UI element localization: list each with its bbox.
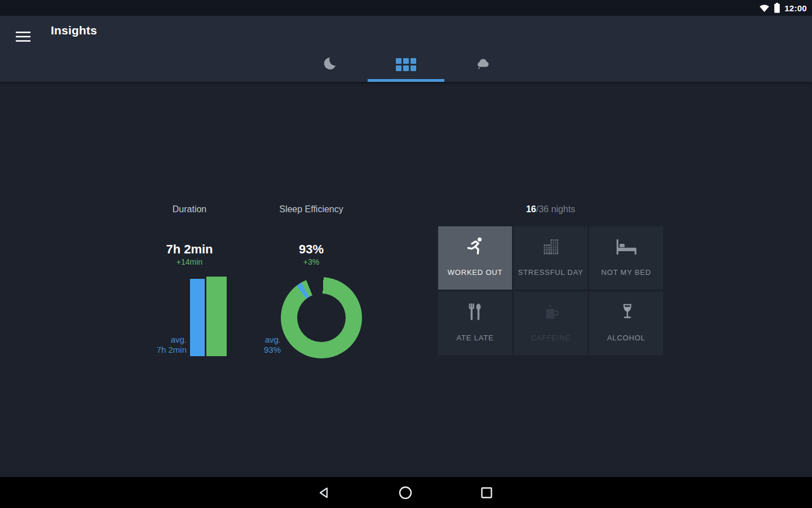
tag-label: WORKED OUT	[448, 268, 503, 277]
tag-label: ALCOHOL	[607, 334, 646, 342]
tag-tile-ate-late[interactable]: ATE LATE	[438, 292, 512, 355]
recents-icon	[480, 486, 493, 500]
runner-icon	[464, 234, 487, 259]
back-icon	[317, 485, 332, 500]
home-button[interactable]	[392, 477, 419, 508]
efficiency-delta: +3%	[266, 257, 356, 266]
page-title: Insights	[51, 24, 97, 37]
hamburger-icon	[16, 31, 30, 42]
status-bar: 12:00	[0, 0, 812, 16]
status-time: 12:00	[784, 3, 807, 13]
cutlery-icon	[464, 300, 487, 325]
duration-current-bar	[206, 277, 227, 356]
efficiency-title: Sleep Efficiency	[266, 204, 356, 214]
recents-button[interactable]	[473, 477, 500, 508]
tags-grid: WORKED OUT STRESSFUL DAY	[438, 226, 663, 355]
tab-underline	[368, 79, 444, 82]
grid-icon	[396, 58, 416, 71]
tab-sleep[interactable]	[291, 47, 368, 82]
tag-tile-caffeine[interactable]: CAFFEINE	[514, 292, 588, 355]
duration-value: 7h 2min	[133, 242, 246, 257]
back-button[interactable]	[311, 477, 338, 508]
bed-icon	[614, 234, 639, 259]
coffee-icon	[540, 300, 562, 325]
tag-label: CAFFEINE	[531, 334, 571, 342]
duration-average-label: avg. 7h 2min	[119, 335, 187, 355]
tab-bar	[291, 47, 521, 82]
cloud-icon	[475, 55, 491, 73]
tag-label: ATE LATE	[457, 334, 494, 342]
tab-advice[interactable]	[444, 47, 521, 82]
tag-tile-stressful-day[interactable]: STRESSFUL DAY	[514, 226, 588, 290]
avg-value: 7h 2min	[119, 345, 187, 355]
menu-button[interactable]	[15, 30, 31, 44]
avg-caption: avg.	[119, 335, 187, 345]
duration-average-bar	[190, 279, 205, 356]
efficiency-average-label: avg. 93%	[224, 335, 281, 355]
moon-icon	[322, 56, 337, 73]
home-icon	[398, 485, 413, 500]
avg-value: 93%	[224, 345, 281, 355]
screen: 12:00 Insights	[0, 0, 812, 508]
duration-title: Duration	[144, 204, 235, 214]
tag-tile-not-my-bed[interactable]: NOT MY BED	[589, 226, 663, 290]
efficiency-donut-hole	[297, 294, 346, 342]
tab-statistics[interactable]	[368, 47, 444, 82]
tag-label: NOT MY BED	[601, 268, 651, 277]
efficiency-value: 93%	[255, 242, 368, 257]
tag-tile-worked-out[interactable]: WORKED OUT	[438, 226, 512, 290]
avg-caption: avg.	[224, 335, 281, 345]
tags-count-number: 16	[526, 204, 536, 214]
tags-count-suffix: /36 nights	[536, 204, 575, 214]
duration-delta: +14min	[144, 257, 235, 266]
buildings-icon	[540, 234, 562, 259]
tags-count: 16/36 nights	[438, 204, 663, 214]
wine-icon	[616, 300, 637, 325]
android-nav-bar	[0, 477, 812, 508]
app-bar: Insights	[0, 16, 812, 82]
wifi-icon	[759, 3, 770, 12]
battery-icon	[774, 3, 780, 13]
tag-tile-alcohol[interactable]: ALCOHOL	[589, 292, 663, 355]
tag-label: STRESSFUL DAY	[518, 268, 584, 277]
